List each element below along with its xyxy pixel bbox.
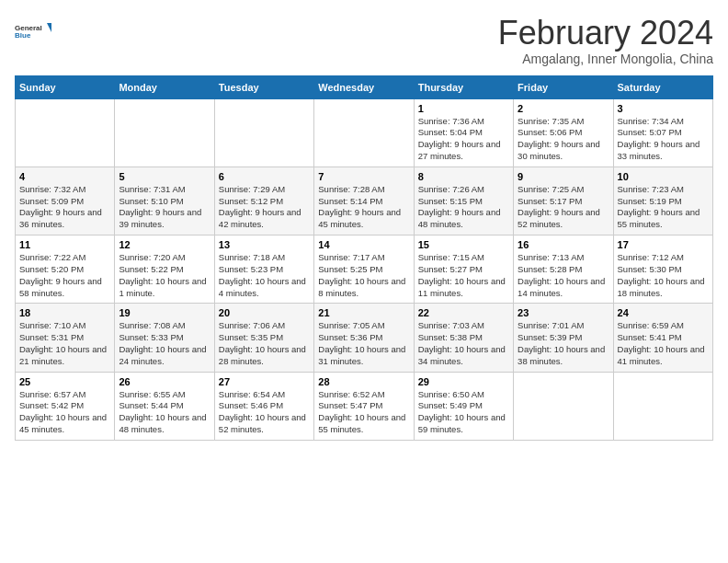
week-row-2: 4 Sunrise: 7:32 AMSunset: 5:09 PMDayligh… <box>16 167 713 235</box>
header: General Blue February 2024 Amgalang, Inn… <box>15 15 713 66</box>
calendar-cell: 15 Sunrise: 7:15 AMSunset: 5:27 PMDaylig… <box>414 236 513 304</box>
calendar-cell: 26 Sunrise: 6:55 AMSunset: 5:44 PMDaylig… <box>115 372 214 440</box>
calendar-cell <box>613 372 712 440</box>
calendar-cell: 7 Sunrise: 7:28 AMSunset: 5:14 PMDayligh… <box>314 167 414 235</box>
calendar-cell: 8 Sunrise: 7:26 AMSunset: 5:15 PMDayligh… <box>414 167 513 235</box>
header-thursday: Thursday <box>414 75 513 98</box>
calendar-cell: 23 Sunrise: 7:01 AMSunset: 5:39 PMDaylig… <box>514 304 613 372</box>
calendar-cell: 29 Sunrise: 6:50 AMSunset: 5:49 PMDaylig… <box>414 372 513 440</box>
day-detail: Sunrise: 7:12 AMSunset: 5:30 PMDaylight:… <box>618 252 709 299</box>
day-number: 19 <box>119 307 210 318</box>
calendar-cell: 12 Sunrise: 7:20 AMSunset: 5:22 PMDaylig… <box>115 236 214 304</box>
calendar-cell: 16 Sunrise: 7:13 AMSunset: 5:28 PMDaylig… <box>514 236 613 304</box>
title-area: February 2024 Amgalang, Inner Mongolia, … <box>498 15 713 66</box>
day-detail: Sunrise: 7:28 AMSunset: 5:14 PMDaylight:… <box>318 184 409 231</box>
calendar-cell: 9 Sunrise: 7:25 AMSunset: 5:17 PMDayligh… <box>514 167 613 235</box>
day-detail: Sunrise: 7:15 AMSunset: 5:27 PMDaylight:… <box>418 252 509 299</box>
logo-icon: General Blue <box>15 15 51 48</box>
calendar-table: SundayMondayTuesdayWednesdayThursdayFrid… <box>15 75 713 441</box>
calendar-cell: 19 Sunrise: 7:08 AMSunset: 5:33 PMDaylig… <box>115 304 214 372</box>
calendar-cell: 24 Sunrise: 6:59 AMSunset: 5:41 PMDaylig… <box>613 304 712 372</box>
day-number: 20 <box>219 307 310 318</box>
calendar-cell <box>514 372 613 440</box>
calendar-cell: 10 Sunrise: 7:23 AMSunset: 5:19 PMDaylig… <box>613 167 712 235</box>
calendar-header-row: SundayMondayTuesdayWednesdayThursdayFrid… <box>16 75 713 98</box>
day-number: 28 <box>318 376 409 387</box>
calendar-cell: 17 Sunrise: 7:12 AMSunset: 5:30 PMDaylig… <box>613 236 712 304</box>
calendar-cell: 13 Sunrise: 7:18 AMSunset: 5:23 PMDaylig… <box>214 236 313 304</box>
header-wednesday: Wednesday <box>314 75 414 98</box>
day-detail: Sunrise: 6:57 AMSunset: 5:42 PMDaylight:… <box>19 389 110 436</box>
calendar-cell: 11 Sunrise: 7:22 AMSunset: 5:20 PMDaylig… <box>16 236 115 304</box>
day-number: 27 <box>219 376 310 387</box>
calendar-cell <box>115 98 214 167</box>
day-number: 12 <box>119 239 210 250</box>
calendar-cell: 21 Sunrise: 7:05 AMSunset: 5:36 PMDaylig… <box>314 304 414 372</box>
calendar-cell: 6 Sunrise: 7:29 AMSunset: 5:12 PMDayligh… <box>214 167 313 235</box>
day-detail: Sunrise: 7:35 AMSunset: 5:06 PMDaylight:… <box>518 116 609 163</box>
calendar-cell: 25 Sunrise: 6:57 AMSunset: 5:42 PMDaylig… <box>16 372 115 440</box>
day-number: 21 <box>318 307 409 318</box>
day-detail: Sunrise: 6:55 AMSunset: 5:44 PMDaylight:… <box>119 389 210 436</box>
calendar-cell: 4 Sunrise: 7:32 AMSunset: 5:09 PMDayligh… <box>16 167 115 235</box>
day-number: 11 <box>19 239 110 250</box>
calendar-cell: 2 Sunrise: 7:35 AMSunset: 5:06 PMDayligh… <box>514 98 613 167</box>
header-sunday: Sunday <box>16 75 115 98</box>
day-detail: Sunrise: 7:22 AMSunset: 5:20 PMDaylight:… <box>19 252 110 299</box>
day-detail: Sunrise: 7:03 AMSunset: 5:38 PMDaylight:… <box>418 320 509 367</box>
day-detail: Sunrise: 6:59 AMSunset: 5:41 PMDaylight:… <box>618 320 709 367</box>
week-row-4: 18 Sunrise: 7:10 AMSunset: 5:31 PMDaylig… <box>16 304 713 372</box>
calendar-cell: 18 Sunrise: 7:10 AMSunset: 5:31 PMDaylig… <box>16 304 115 372</box>
calendar-cell <box>214 98 313 167</box>
day-number: 24 <box>618 307 709 318</box>
day-number: 13 <box>219 239 310 250</box>
day-detail: Sunrise: 7:25 AMSunset: 5:17 PMDaylight:… <box>518 184 609 231</box>
day-number: 5 <box>119 171 210 182</box>
logo: General Blue <box>15 15 51 48</box>
day-number: 25 <box>19 376 110 387</box>
day-number: 6 <box>219 171 310 182</box>
day-detail: Sunrise: 6:54 AMSunset: 5:46 PMDaylight:… <box>219 389 310 436</box>
day-detail: Sunrise: 7:36 AMSunset: 5:04 PMDaylight:… <box>418 116 509 163</box>
calendar-cell: 3 Sunrise: 7:34 AMSunset: 5:07 PMDayligh… <box>613 98 712 167</box>
svg-marker-2 <box>47 23 51 32</box>
day-number: 14 <box>318 239 409 250</box>
day-detail: Sunrise: 7:10 AMSunset: 5:31 PMDaylight:… <box>19 320 110 367</box>
day-number: 7 <box>318 171 409 182</box>
calendar-cell: 5 Sunrise: 7:31 AMSunset: 5:10 PMDayligh… <box>115 167 214 235</box>
day-number: 10 <box>618 171 709 182</box>
day-number: 29 <box>418 376 509 387</box>
day-detail: Sunrise: 6:52 AMSunset: 5:47 PMDaylight:… <box>318 389 409 436</box>
calendar-cell <box>314 98 414 167</box>
calendar-cell: 14 Sunrise: 7:17 AMSunset: 5:25 PMDaylig… <box>314 236 414 304</box>
calendar-cell: 27 Sunrise: 6:54 AMSunset: 5:46 PMDaylig… <box>214 372 313 440</box>
header-tuesday: Tuesday <box>214 75 313 98</box>
week-row-1: 1 Sunrise: 7:36 AMSunset: 5:04 PMDayligh… <box>16 98 713 167</box>
calendar-cell: 28 Sunrise: 6:52 AMSunset: 5:47 PMDaylig… <box>314 372 414 440</box>
header-friday: Friday <box>514 75 613 98</box>
day-detail: Sunrise: 7:13 AMSunset: 5:28 PMDaylight:… <box>518 252 609 299</box>
day-detail: Sunrise: 7:32 AMSunset: 5:09 PMDaylight:… <box>19 184 110 231</box>
day-number: 23 <box>518 307 609 318</box>
day-detail: Sunrise: 7:01 AMSunset: 5:39 PMDaylight:… <box>518 320 609 367</box>
day-number: 4 <box>19 171 110 182</box>
day-detail: Sunrise: 7:05 AMSunset: 5:36 PMDaylight:… <box>318 320 409 367</box>
header-monday: Monday <box>115 75 214 98</box>
calendar-cell: 22 Sunrise: 7:03 AMSunset: 5:38 PMDaylig… <box>414 304 513 372</box>
day-number: 8 <box>418 171 509 182</box>
calendar-cell: 1 Sunrise: 7:36 AMSunset: 5:04 PMDayligh… <box>414 98 513 167</box>
day-detail: Sunrise: 7:26 AMSunset: 5:15 PMDaylight:… <box>418 184 509 231</box>
day-number: 17 <box>618 239 709 250</box>
day-number: 16 <box>518 239 609 250</box>
day-detail: Sunrise: 7:23 AMSunset: 5:19 PMDaylight:… <box>618 184 709 231</box>
day-number: 3 <box>618 103 709 114</box>
day-detail: Sunrise: 7:06 AMSunset: 5:35 PMDaylight:… <box>219 320 310 367</box>
day-number: 15 <box>418 239 509 250</box>
day-number: 22 <box>418 307 509 318</box>
day-number: 1 <box>418 103 509 114</box>
day-number: 2 <box>518 103 609 114</box>
week-row-5: 25 Sunrise: 6:57 AMSunset: 5:42 PMDaylig… <box>16 372 713 440</box>
day-detail: Sunrise: 7:17 AMSunset: 5:25 PMDaylight:… <box>318 252 409 299</box>
header-saturday: Saturday <box>613 75 712 98</box>
day-detail: Sunrise: 7:34 AMSunset: 5:07 PMDaylight:… <box>618 116 709 163</box>
